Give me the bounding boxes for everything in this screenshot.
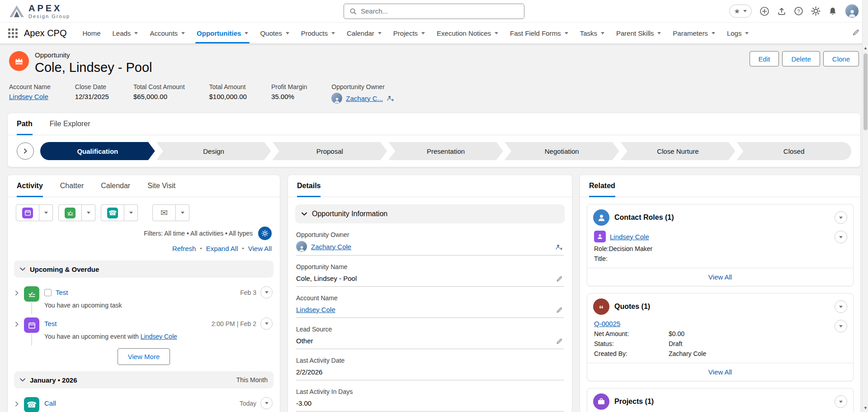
page-scrollbar[interactable]: ▲ ▼ (862, 0, 868, 412)
favorites-button[interactable]: ★ (729, 5, 752, 18)
new-event-dropdown[interactable] (39, 204, 53, 221)
tab-products[interactable]: Products (295, 23, 341, 43)
owner-link[interactable]: Zachary Cole (311, 243, 351, 251)
contact-role-name-link[interactable]: Lindsey Cole (610, 233, 649, 241)
tab-chatter[interactable]: Chatter (60, 175, 84, 197)
scrollbar-thumb[interactable] (863, 53, 868, 130)
tab-site-visit[interactable]: Site Visit (147, 175, 175, 197)
contact-link[interactable]: Lindsey Cole (141, 333, 177, 340)
tab-file-explorer[interactable]: File Explorer (50, 113, 90, 135)
account-name-link[interactable]: Lindsey Cole (9, 93, 48, 100)
tab-accounts[interactable]: Accounts (144, 23, 191, 43)
tab-logs[interactable]: Logs (721, 23, 755, 43)
tab-opportunities[interactable]: Opportunities (191, 23, 254, 43)
stage-presentation[interactable]: Presentation (388, 142, 503, 160)
quotes-title-link[interactable]: Quotes (1) (614, 303, 650, 311)
log-call-button[interactable]: ☎ (101, 204, 124, 221)
row-menu-button[interactable] (835, 231, 847, 243)
user-avatar[interactable] (845, 4, 859, 18)
log-call-dropdown[interactable] (124, 204, 138, 221)
notifications-bell-button[interactable] (828, 7, 837, 16)
expand-chevron-icon[interactable] (15, 401, 19, 407)
tab-calendar-sub[interactable]: Calendar (101, 175, 130, 197)
tab-activity[interactable]: Activity (17, 175, 43, 197)
task-title-link[interactable]: Test (56, 289, 68, 296)
related-list-menu-button[interactable] (835, 300, 847, 313)
guidance-center-button[interactable] (777, 7, 786, 16)
item-menu-button[interactable] (260, 397, 273, 409)
stage-design[interactable]: Design (156, 142, 271, 160)
tab-projects[interactable]: Projects (387, 23, 431, 43)
stage-qualification[interactable]: Qualification (40, 142, 155, 160)
stage-close-nurture[interactable]: Close Nurture (621, 142, 736, 160)
edit-nav-pencil-icon[interactable] (852, 28, 860, 38)
app-launcher-icon[interactable] (8, 28, 18, 38)
edit-pencil-icon[interactable] (556, 338, 563, 345)
tab-related[interactable]: Related (589, 175, 615, 197)
new-task-button[interactable] (58, 204, 82, 221)
tab-quotes[interactable]: Quotes (254, 23, 295, 43)
tab-home[interactable]: Home (76, 23, 106, 43)
section-opportunity-information[interactable]: Opportunity Information (295, 204, 565, 223)
tab-parent-skills[interactable]: Parent Skills (610, 23, 667, 43)
section-january-2026[interactable]: January • 2026 This Month (14, 371, 274, 388)
scrollbar-down-arrow[interactable]: ▼ (863, 405, 868, 411)
tab-calendar[interactable]: Calendar (341, 23, 387, 43)
expand-all-link[interactable]: Expand All (206, 245, 238, 252)
edit-pencil-icon[interactable] (556, 275, 563, 282)
highlight-total-amount: Total Amount $100,000.00 (209, 83, 247, 104)
tab-path[interactable]: Path (17, 113, 33, 135)
timeline-settings-button[interactable] (258, 227, 272, 240)
related-list-menu-button[interactable] (835, 211, 847, 224)
path-scroll-button[interactable] (17, 142, 34, 160)
task-checkbox[interactable] (44, 289, 52, 296)
stage-closed[interactable]: Closed (736, 142, 851, 160)
tab-parameters[interactable]: Parameters (667, 23, 721, 43)
quote-number-link[interactable]: Q-00025 (594, 320, 620, 327)
change-owner-icon[interactable] (387, 95, 394, 102)
global-search[interactable] (344, 4, 524, 19)
call-title-link[interactable]: Call (44, 399, 56, 407)
item-menu-button[interactable] (260, 286, 273, 298)
change-owner-icon[interactable] (555, 243, 563, 251)
new-task-dropdown[interactable] (82, 204, 95, 221)
tab-details[interactable]: Details (297, 175, 321, 197)
row-menu-button[interactable] (835, 320, 847, 332)
field-label: Status: (594, 340, 669, 347)
tab-tasks[interactable]: Tasks (574, 23, 610, 43)
global-actions-button[interactable] (760, 6, 769, 16)
section-upcoming-overdue[interactable]: Upcoming & Overdue (14, 260, 274, 278)
view-all-link[interactable]: View All (708, 368, 732, 376)
account-name-link[interactable]: Lindsey Cole (296, 306, 335, 313)
expand-chevron-icon[interactable] (15, 290, 19, 296)
email-button[interactable]: ✉ (152, 204, 176, 221)
view-all-link[interactable]: View All (248, 245, 272, 252)
tab-fast-field-forms[interactable]: Fast Field Forms (504, 23, 574, 43)
scrollbar-up-arrow[interactable]: ▲ (863, 45, 868, 51)
clone-button[interactable]: Clone (823, 51, 859, 66)
delete-button[interactable]: Delete (782, 51, 820, 66)
tab-leads[interactable]: Leads (107, 23, 144, 43)
owner-link[interactable]: Zachary C... (346, 95, 383, 102)
refresh-link[interactable]: Refresh (172, 245, 196, 252)
edit-pencil-icon[interactable] (556, 307, 563, 313)
event-title-link[interactable]: Test (44, 320, 57, 327)
tab-execution-notices[interactable]: Execution Notices (431, 23, 504, 43)
email-dropdown[interactable] (176, 204, 189, 221)
contact-roles-title-link[interactable]: Contact Roles (1) (614, 213, 674, 222)
view-all-link[interactable]: View All (708, 273, 732, 281)
help-button[interactable]: ? (794, 6, 803, 16)
stage-proposal[interactable]: Proposal (272, 142, 387, 160)
new-event-button[interactable] (16, 204, 39, 221)
setup-gear-button[interactable] (811, 6, 821, 16)
field-label: Profit Margin (271, 83, 307, 90)
edit-button[interactable]: Edit (750, 51, 779, 66)
item-menu-button[interactable] (260, 317, 273, 330)
view-more-button[interactable]: View More (118, 348, 170, 365)
search-input[interactable] (361, 7, 519, 15)
related-list-menu-button[interactable] (835, 395, 847, 408)
expand-chevron-icon[interactable] (15, 322, 19, 327)
projects-title-link[interactable]: Projects (1) (614, 398, 654, 406)
stage-negotiation[interactable]: Negotiation (505, 142, 619, 160)
tab-label: Leads (113, 29, 131, 37)
